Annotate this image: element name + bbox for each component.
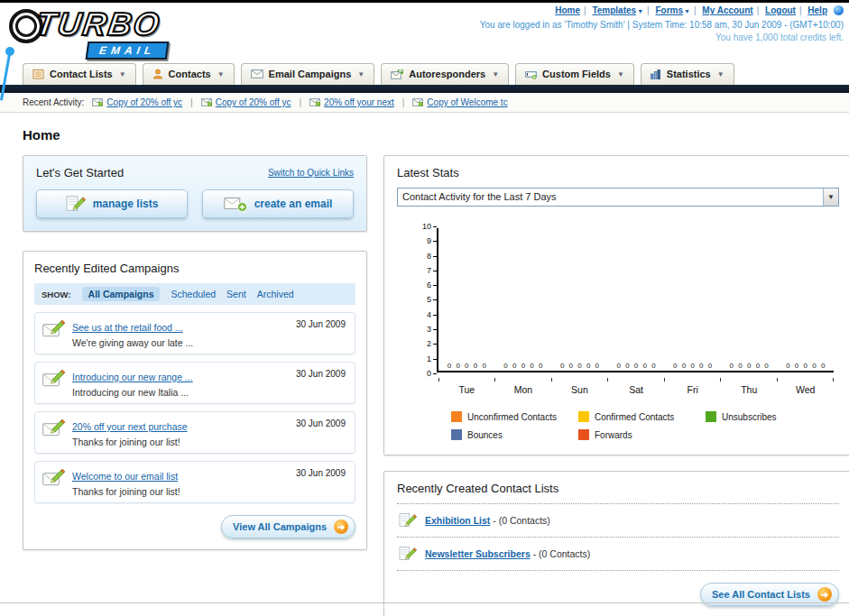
- x-axis-label: Wed: [777, 382, 834, 395]
- campaign-date: 30 Jun 2009: [296, 418, 346, 428]
- campaign-title-link[interactable]: 20% off your next purchase: [72, 421, 188, 432]
- campaign-row[interactable]: Welcome to our email list Thanks for joi…: [34, 461, 355, 503]
- chevron-down-icon: ▼: [637, 8, 643, 14]
- contact-list-row[interactable]: Newsletter Subscribers - (0 Contacts): [397, 538, 839, 571]
- filter-scheduled[interactable]: Scheduled: [171, 289, 216, 299]
- tab-custom-fields[interactable]: Custom Fields▼: [515, 63, 634, 85]
- contact-list-link[interactable]: Newsletter Subscribers: [425, 548, 531, 559]
- campaign-row[interactable]: Introducing our new range ... Introducin…: [34, 362, 355, 404]
- pencil-icon: [66, 195, 86, 213]
- recent-activity-label: Recent Activity:: [23, 97, 84, 107]
- view-all-campaigns-button[interactable]: View All Campaigns ➜: [221, 515, 355, 538]
- campaign-subtitle: We're giving away our late ...: [72, 337, 193, 348]
- stats-period-select[interactable]: Contact Activity for the Last 7 Days ▼: [397, 188, 839, 207]
- email-icon: [412, 98, 423, 106]
- campaign-text: Welcome to our email list Thanks for joi…: [72, 467, 180, 497]
- y-axis-tick: 7: [427, 267, 437, 275]
- help-icon[interactable]: [834, 5, 844, 15]
- view-all-campaigns-label: View All Campaigns: [233, 521, 327, 532]
- contact-list-count: - (0 Contacts): [493, 515, 550, 526]
- chevron-down-icon: ▼: [217, 70, 225, 78]
- filter-sent[interactable]: Sent: [226, 289, 246, 299]
- page-title: Home: [23, 127, 826, 143]
- manage-lists-button[interactable]: manage lists: [36, 189, 188, 218]
- nav-templates[interactable]: Templates▼: [592, 5, 643, 15]
- campaign-row[interactable]: 20% off your next purchase Thanks for jo…: [34, 411, 355, 454]
- bar-value-labels: 0 0 0 0 0: [551, 362, 608, 370]
- tab-autoresponders[interactable]: Autoresponders▼: [381, 63, 509, 85]
- nav-help[interactable]: Help: [807, 5, 827, 15]
- switch-quick-links-link[interactable]: Switch to Quick Links: [268, 168, 354, 178]
- credits-status: You have 1,000 total credits left.: [480, 32, 844, 42]
- tab-label: Autoresponders: [409, 69, 485, 79]
- filter-archived[interactable]: Archived: [257, 289, 294, 299]
- activity-separator: |: [299, 97, 301, 107]
- recent-activity-item[interactable]: Copy of 20% off yc: [201, 97, 291, 107]
- tab-contact-lists[interactable]: Contact Lists▼: [23, 63, 136, 85]
- legend-swatch: [451, 429, 462, 440]
- tab-statistics[interactable]: Statistics▼: [641, 63, 734, 85]
- chart-plot-area: 0 0 0 0 00 0 0 0 00 0 0 0 00 0 0 0 00 0 …: [437, 228, 834, 372]
- campaign-row[interactable]: See us at the retail food ... We're givi…: [34, 312, 355, 354]
- campaign-title-link[interactable]: Introducing our new range ...: [72, 372, 193, 382]
- contacts-icon: [152, 69, 163, 79]
- autoresponders-icon: [391, 69, 403, 79]
- recent-activity-item[interactable]: Copy of Welcome tc: [412, 97, 507, 107]
- recent-activity-item[interactable]: 20% off your next: [309, 97, 394, 107]
- legend-item: Forwards: [578, 429, 706, 440]
- campaign-title-link[interactable]: Welcome to our email list: [72, 471, 178, 482]
- tab-email-campaigns[interactable]: Email Campaigns▼: [241, 63, 375, 85]
- x-axis-label: Thu: [721, 382, 778, 395]
- recent-contact-lists-panel: Recently Created Contact Lists Exhibitio…: [383, 471, 849, 616]
- create-email-button[interactable]: create an email: [202, 189, 354, 218]
- campaigns-title: Recently Edited Campaigns: [34, 262, 355, 275]
- campaign-date: 30 Jun 2009: [296, 369, 346, 379]
- y-axis-tick: 6: [427, 281, 437, 290]
- chevron-down-icon: ▼: [717, 70, 724, 78]
- legend-label: Unconfirmed Contacts: [467, 412, 557, 422]
- y-axis-tick: 0: [427, 370, 437, 378]
- nav-home[interactable]: Home: [555, 5, 580, 15]
- nav-forms[interactable]: Forms▼: [655, 5, 690, 15]
- recent-activity-link[interactable]: Copy of 20% off yc: [106, 97, 182, 107]
- legend-swatch: [578, 411, 589, 422]
- campaign-subtitle: Thanks for joining our list!: [72, 437, 188, 447]
- latest-stats-title: Latest Stats: [397, 166, 839, 179]
- bar-value-labels: 0 0 0 0 0: [721, 362, 778, 370]
- legend-label: Forwards: [595, 430, 632, 440]
- campaigns-filter-bar: SHOW: All Campaigns Scheduled Sent Archi…: [34, 283, 355, 305]
- campaign-date: 30 Jun 2009: [296, 468, 346, 478]
- manage-lists-label: manage lists: [93, 198, 159, 210]
- nav-logout[interactable]: Logout: [765, 5, 796, 15]
- app-window: TURBO EMAIL Home| Templates▼| Forms▼| My…: [0, 0, 849, 616]
- recent-activity-item[interactable]: Copy of 20% off yc: [92, 97, 182, 107]
- contact-list-link[interactable]: Exhibition List: [425, 515, 490, 526]
- arrow-right-icon: ➜: [334, 519, 348, 534]
- get-started-title: Let's Get Started: [36, 166, 124, 179]
- campaign-title-link[interactable]: See us at the retail food ...: [72, 322, 183, 333]
- contact-list-row[interactable]: Exhibition List - (0 Contacts): [397, 504, 839, 538]
- legend-swatch: [451, 411, 462, 422]
- y-axis-tick: 10: [422, 223, 437, 231]
- get-started-panel: Let's Get Started Switch to Quick Links …: [23, 155, 367, 232]
- chart-x-axis: TueMonSunSatFriThuWed: [438, 382, 834, 395]
- nav-my-account[interactable]: My Account: [702, 5, 752, 15]
- recent-activity-link[interactable]: Copy of 20% off yc: [216, 97, 291, 107]
- pencil-icon: [399, 512, 417, 529]
- logo-text: TURBO: [33, 5, 163, 43]
- filter-all-campaigns[interactable]: All Campaigns: [82, 287, 161, 301]
- tab-contacts[interactable]: Contacts▼: [143, 63, 235, 85]
- legend-swatch: [706, 411, 716, 422]
- contact-lists-title: Recently Created Contact Lists: [397, 482, 839, 504]
- logo-subtext: EMAIL: [86, 41, 170, 60]
- tab-label: Email Campaigns: [269, 69, 352, 79]
- app-logo: TURBO EMAIL: [9, 5, 217, 56]
- nav-separator: |: [647, 5, 650, 15]
- top-nav: Home| Templates▼| Forms▼| My Account| Lo…: [480, 5, 844, 15]
- recent-activity-link[interactable]: Copy of Welcome tc: [427, 97, 507, 107]
- chevron-down-icon: ▼: [684, 8, 690, 14]
- recent-activity-bar: Recent Activity: Copy of 20% off yc | Co…: [0, 93, 849, 113]
- legend-item: Confirmed Contacts: [578, 411, 706, 422]
- custom-fields-icon: [525, 69, 537, 79]
- recent-activity-link[interactable]: 20% off your next: [324, 97, 394, 107]
